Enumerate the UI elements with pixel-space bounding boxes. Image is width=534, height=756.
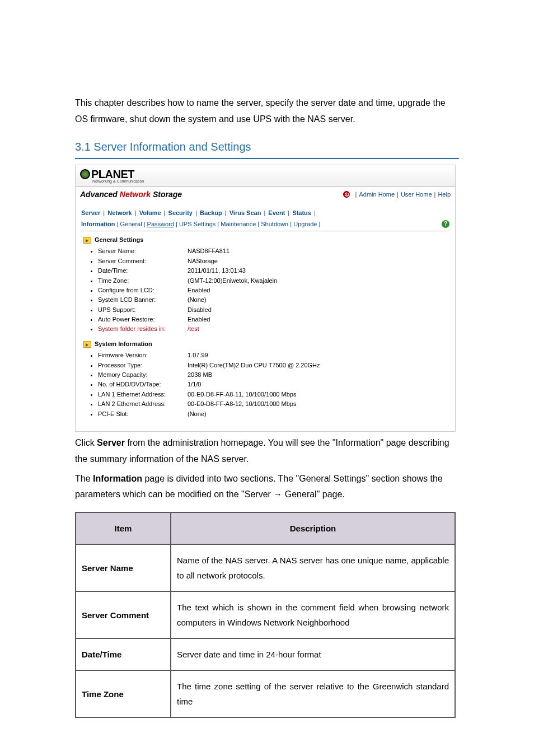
tab-security[interactable]: Security — [168, 209, 193, 216]
admin-ui-screenshot: PLANET Networking & Communication Advanc… — [75, 165, 456, 432]
subtab-maintenance[interactable]: Maintenance — [221, 221, 256, 227]
subtab-shutdown[interactable]: Shutdown — [261, 221, 288, 227]
power-icon[interactable]: ⏻ — [343, 191, 350, 198]
help-link[interactable]: Help — [438, 190, 451, 199]
kv-key: Auto Power Restore: — [98, 315, 188, 324]
table-row: Server NameName of the NAS server. A NAS… — [76, 544, 455, 591]
intro-paragraph: This chapter describes how to name the s… — [75, 95, 459, 128]
kv-row: System LCD Banner:(None) — [98, 295, 449, 305]
body-paragraph-1: Click Server from the administration hom… — [75, 435, 459, 468]
tab-virus-scan[interactable]: Virus Scan — [229, 209, 261, 216]
sep: | — [432, 190, 438, 199]
kv-value: Intel(R) Core(TM)2 Duo CPU T7500 @ 2.20G… — [188, 362, 320, 368]
sep: | — [311, 209, 317, 216]
tab-event[interactable]: Event — [268, 209, 285, 216]
kv-key: Firmware Version: — [98, 351, 188, 360]
system-information-list: Firmware Version:1.07.99Processor Type:I… — [98, 351, 449, 419]
subtab-password[interactable]: Password — [147, 221, 174, 227]
logo: PLANET Networking & Communication — [80, 169, 144, 183]
subtab-general[interactable]: General — [120, 221, 142, 227]
cell-item: Server Name — [76, 544, 171, 591]
kv-row: Configure from LCD:Enabled — [98, 286, 449, 295]
general-settings-list: Server Name:NASD8FFA811Server Comment:NA… — [98, 246, 449, 334]
tabs-primary: Server | Network | Volume | Security | B… — [81, 207, 449, 218]
description-table: Item Description Server NameName of the … — [75, 512, 456, 718]
sep: | — [395, 190, 401, 199]
product-prefix: Advanced — [80, 190, 120, 199]
kv-key: PCI-E Slot: — [98, 410, 188, 418]
arrow-icon — [83, 341, 91, 348]
bold: Server — [97, 438, 125, 447]
user-home-link[interactable]: User Home — [401, 190, 432, 199]
kv-row: UPS Support:Disabled — [98, 305, 449, 315]
kv-row: LAN 1 Ethernet Address:00-E0-D8-FF-A8-11… — [98, 390, 449, 399]
tab-backup[interactable]: Backup — [200, 209, 222, 216]
text: The — [75, 474, 93, 483]
kv-value: /test — [188, 325, 199, 332]
kv-row: Auto Power Restore:Enabled — [98, 315, 449, 324]
tab-status[interactable]: Status — [292, 209, 311, 216]
subtab-ups-settings[interactable]: UPS Settings — [179, 221, 216, 227]
kv-value: 1/1/0 — [188, 381, 201, 388]
kv-key: System LCD Banner: — [98, 296, 188, 304]
logo-text: PLANET — [91, 169, 134, 180]
col-description: Description — [171, 512, 455, 544]
kv-row: Memory Capacity:2038 MB — [98, 370, 449, 380]
kv-value: Disabled — [188, 306, 212, 313]
kv-key: Memory Capacity: — [98, 371, 188, 379]
header-links: ⏻ | Admin Home | User Home | Help — [343, 190, 451, 199]
sep: | — [132, 209, 139, 216]
cell-description: Name of the NAS server. A NAS server has… — [171, 544, 455, 591]
title-bar: Advanced Network Storage ⏻ | Admin Home … — [76, 187, 455, 204]
kv-key: No. of HDD/DVD/Tape: — [98, 380, 188, 389]
text: from the administration homepage. You wi… — [75, 438, 449, 464]
globe-icon — [80, 169, 90, 179]
subtab-information[interactable]: Information — [81, 221, 115, 227]
product-highlight: Network — [120, 190, 151, 199]
group-system-information: System Information — [83, 340, 449, 348]
help-icon[interactable]: ? — [442, 220, 449, 228]
kv-key: LAN 2 Ethernet Address: — [98, 400, 188, 408]
panel-body: Server | Network | Volume | Security | B… — [76, 203, 455, 431]
kv-value: Enabled — [188, 316, 210, 323]
tab-volume[interactable]: Volume — [139, 209, 161, 216]
group-title-text: General Settings — [95, 236, 143, 244]
kv-row: Processor Type:Intel(R) Core(TM)2 Duo CP… — [98, 361, 449, 370]
kv-row: Time Zone:(GMT-12:00)Eniwetok, Kwajalein — [98, 276, 449, 286]
panel-header: PLANET Networking & Communication — [76, 165, 455, 187]
kv-value: 2011/01/11, 13:01:43 — [188, 267, 246, 274]
cell-description: Server date and time in 24-hour format — [171, 638, 455, 670]
kv-row: Date/Time:2011/01/11, 13:01:43 — [98, 266, 449, 276]
tabs-secondary: Information | General | Password | UPS S… — [81, 219, 449, 231]
sep: | — [100, 209, 107, 216]
product-title: Advanced Network Storage — [80, 189, 182, 200]
kv-key: Server Name: — [98, 247, 188, 255]
subtab-upgrade[interactable]: Upgrade — [293, 221, 317, 227]
tab-network[interactable]: Network — [107, 209, 132, 216]
table-row: Server CommentThe text which is shown in… — [76, 591, 455, 638]
sep: | — [161, 209, 168, 216]
kv-row: LAN 2 Ethernet Address:00-E0-D8-FF-A8-12… — [98, 399, 449, 409]
kv-value: NASD8FFA811 — [188, 248, 229, 254]
logo-subtitle: Networking & Communication — [92, 179, 144, 183]
kv-key: Server Comment: — [98, 257, 188, 265]
admin-home-link[interactable]: Admin Home — [359, 190, 395, 199]
kv-row: System folder resides in:/test — [98, 324, 449, 334]
cell-description: The text which is shown in the comment f… — [171, 591, 455, 638]
kv-value: (None) — [188, 410, 207, 417]
kv-value: 00-E0-D8-FF-A8-12, 10/100/1000 Mbps — [188, 400, 296, 407]
kv-value: (None) — [188, 296, 207, 303]
kv-value: Enabled — [188, 287, 210, 293]
product-suffix: Storage — [151, 190, 182, 199]
arrow-icon — [83, 237, 91, 244]
sep: | — [193, 209, 200, 216]
bold: Information — [93, 474, 142, 483]
kv-row: PCI-E Slot:(None) — [98, 409, 449, 419]
tab-server[interactable]: Server — [81, 209, 100, 216]
kv-key: Configure from LCD: — [98, 286, 188, 295]
section-title: 3.1 Server Information and Settings — [75, 137, 459, 159]
kv-key: Time Zone: — [98, 277, 188, 285]
group-title-text: System Information — [95, 340, 152, 348]
sep: | — [261, 209, 268, 216]
cell-item: Time Zone — [76, 670, 171, 717]
